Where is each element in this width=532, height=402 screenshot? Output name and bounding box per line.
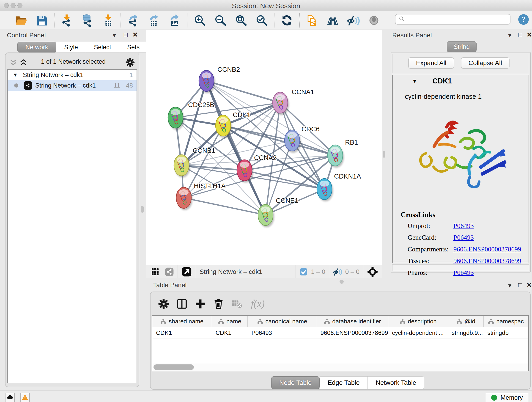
export-image-icon[interactable] — [168, 14, 181, 27]
network-row-selected[interactable]: String Network – cdk1 11 48 — [8, 80, 137, 91]
network-node-CCNE1[interactable] — [258, 204, 274, 227]
import-database-icon[interactable] — [81, 14, 94, 27]
column-header-@id[interactable]: @id — [448, 316, 484, 327]
column-header-namespac[interactable]: namespac — [484, 316, 528, 327]
network-node-CDC6[interactable] — [285, 130, 301, 153]
network-options-gear-icon[interactable] — [125, 57, 135, 67]
help-icon[interactable]: ? — [518, 14, 529, 25]
tab-string[interactable]: String — [447, 41, 476, 52]
gene-section-header[interactable]: ▼ CDK1 — [393, 75, 529, 87]
warning-status-button[interactable] — [20, 393, 30, 402]
control-panel-dock-icon[interactable]: ▾ — [113, 32, 116, 38]
horizontal-scrollbar[interactable] — [152, 363, 528, 371]
tab-node-table[interactable]: Node Table — [271, 376, 320, 389]
crosslink-value-link[interactable]: 9606.ENSP00000378699 — [453, 257, 521, 265]
zoom-in-icon[interactable] — [193, 14, 206, 27]
network-node-count: 11 — [114, 82, 120, 89]
network-edge[interactable] — [184, 155, 335, 198]
grid-view-icon[interactable] — [151, 267, 160, 276]
tab-sets[interactable]: Sets — [119, 42, 147, 53]
network-edge[interactable] — [181, 165, 244, 170]
plus-table-icon[interactable] — [194, 298, 206, 310]
svg-text:?: ? — [522, 15, 525, 23]
crosslink-value-link[interactable]: P06493 — [453, 222, 474, 230]
table-panel-close-icon[interactable]: ✕ — [526, 282, 532, 288]
column-header-description[interactable]: description — [388, 316, 448, 327]
left-splitter-handle[interactable] — [141, 206, 144, 213]
zoom-selected-icon[interactable] — [255, 14, 268, 27]
collection-expand-triangle-icon[interactable]: ▼ — [13, 72, 18, 78]
selected-checkbox-icon[interactable] — [299, 268, 308, 276]
show-eye-icon[interactable] — [367, 14, 380, 27]
table-panel-float-icon[interactable]: □ — [518, 282, 522, 288]
column-header-database-identifier[interactable]: database identifier — [317, 316, 388, 327]
column-header-shared-name[interactable]: shared name — [152, 316, 212, 327]
horizontal-scrollbar-thumb[interactable] — [153, 364, 194, 370]
network-node-HIST1H1A[interactable] — [176, 187, 192, 210]
expand-all-button[interactable]: Expand All — [408, 57, 454, 69]
expand-all-networks-icon[interactable] — [19, 59, 28, 66]
save-icon[interactable] — [35, 14, 48, 27]
tab-edge-table[interactable]: Edge Table — [320, 376, 368, 389]
column-header-canonical-name[interactable]: canonical name — [248, 316, 317, 327]
import-network-icon[interactable] — [60, 14, 73, 27]
table-body: CDK1CDK1P064939606.ENSP00000378699cyclin… — [152, 327, 528, 339]
control-panel-float-icon[interactable]: □ — [124, 32, 128, 38]
table-row[interactable]: CDK1CDK1P064939606.ENSP00000378699cyclin… — [152, 327, 528, 339]
node-label-CCNB1: CCNB1 — [193, 147, 215, 154]
network-node-RB1[interactable] — [328, 145, 344, 168]
network-edge[interactable] — [244, 170, 324, 189]
network-node-CCNB2[interactable] — [199, 70, 215, 93]
network-node-CDKN1A[interactable] — [317, 179, 333, 201]
network-share-icon[interactable] — [165, 267, 174, 276]
current-network-dot-icon — [14, 83, 18, 88]
tab-network-table[interactable]: Network Table — [368, 376, 424, 389]
table-panel-dock-icon[interactable]: ▾ — [508, 282, 511, 289]
hidden-eye-icon[interactable] — [333, 267, 342, 276]
memory-button[interactable]: Memory — [486, 393, 528, 402]
crosslink-label: Uniprot: — [408, 222, 453, 230]
control-panel-close-icon[interactable]: ✕ — [133, 32, 138, 38]
crosslink-value-link[interactable]: 9606.ENSP00000378699 — [453, 245, 521, 253]
tab-style[interactable]: Style — [56, 42, 86, 53]
gear-table-icon[interactable] — [158, 298, 170, 310]
hide-unhide-icon[interactable] — [347, 14, 360, 27]
network-edge[interactable] — [206, 81, 280, 103]
detach-view-icon[interactable] — [181, 267, 192, 277]
zoom-out-icon[interactable] — [214, 14, 227, 27]
bottom-splitter-handle[interactable] — [340, 280, 344, 284]
cloud-status-button[interactable] — [5, 393, 15, 402]
import-table-icon[interactable] — [102, 14, 114, 27]
export-network-icon[interactable] — [127, 14, 140, 27]
results-panel-close-icon[interactable]: ✕ — [526, 32, 532, 38]
search-input[interactable] — [405, 16, 510, 23]
tab-network[interactable]: Network — [17, 42, 56, 53]
collection-label: String Network – cdk1 — [23, 71, 83, 79]
crosslink-value-link[interactable]: P06493 — [453, 234, 474, 241]
birdseye-view-icon[interactable] — [367, 266, 378, 277]
collapse-all-networks-icon[interactable] — [9, 59, 18, 66]
network-node-CCNA2[interactable] — [237, 160, 253, 183]
section-collapse-triangle-icon[interactable]: ▼ — [412, 78, 418, 84]
table-cell: CDK1 — [152, 327, 212, 338]
export-table-icon[interactable] — [147, 14, 160, 27]
collapse-all-button[interactable]: Collapse All — [461, 57, 510, 69]
column-header-name[interactable]: name — [212, 316, 248, 327]
network-edge[interactable] — [184, 198, 266, 215]
refresh-icon[interactable] — [280, 14, 293, 27]
network-collection-row[interactable]: ▼ String Network – cdk1 1 — [8, 70, 137, 80]
tab-select[interactable]: Select — [86, 42, 119, 53]
search-field[interactable] — [395, 14, 510, 25]
binoculars-icon[interactable] — [326, 14, 339, 27]
open-folder-icon[interactable] — [15, 14, 27, 27]
zoom-fit-icon[interactable] — [234, 14, 247, 27]
window-title: Session: New Session — [0, 2, 532, 10]
results-panel-float-icon[interactable]: □ — [518, 32, 522, 38]
columns-table-icon[interactable] — [176, 298, 188, 310]
memory-ok-dot-icon — [491, 395, 497, 401]
trash-table-icon[interactable] — [213, 298, 225, 310]
copy-network-icon[interactable] — [306, 14, 318, 27]
network-canvas[interactable]: CCNB2CCNA1CDC25BCDK1CDC6RB1CCNB1CCNA2CDK… — [146, 30, 382, 265]
right-splitter-handle[interactable] — [383, 151, 385, 158]
results-panel-dock-icon[interactable]: ▾ — [508, 32, 511, 38]
